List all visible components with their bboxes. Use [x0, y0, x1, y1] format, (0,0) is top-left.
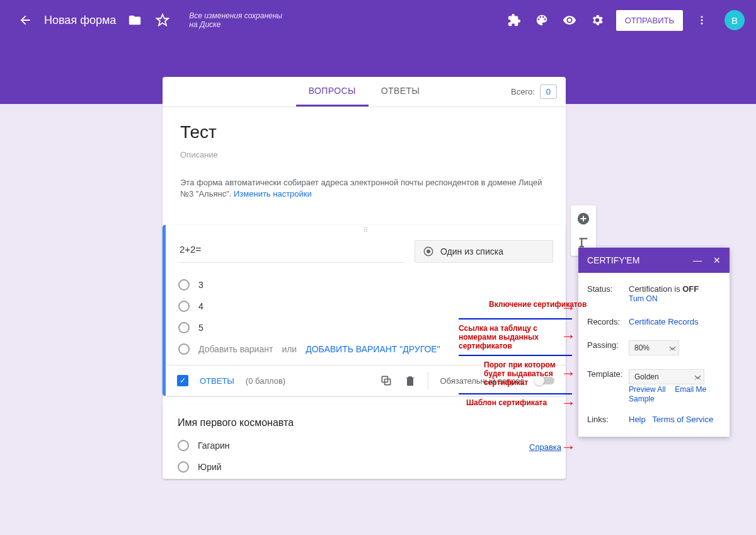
question-type-select[interactable]: Один из списка	[415, 240, 553, 263]
form-title[interactable]: Тест	[180, 122, 548, 142]
form-title-header[interactable]: Новая форма	[44, 14, 116, 27]
answers-button[interactable]: ОТВЕТЫ	[200, 376, 234, 386]
option-row[interactable]: 3	[178, 274, 553, 296]
reference-link[interactable]: Справка	[529, 442, 561, 452]
annotation-line	[459, 393, 572, 394]
minimize-icon[interactable]: —	[693, 255, 702, 265]
add-question-icon[interactable]	[576, 212, 590, 226]
drag-handle-icon[interactable]: ⠿	[166, 225, 566, 235]
svg-point-0	[701, 16, 703, 18]
avatar[interactable]: В	[724, 10, 745, 30]
turn-on-link[interactable]: Turn ON	[629, 294, 658, 303]
links-label: Links:	[587, 415, 629, 424]
settings-icon[interactable]	[590, 13, 605, 28]
records-label: Records:	[587, 317, 629, 326]
records-link[interactable]: Certificate Records	[629, 317, 699, 326]
annotation-text: Ссылка на таблицу с номерами выданных се…	[459, 324, 566, 350]
preview-icon[interactable]	[562, 13, 577, 28]
change-settings-link[interactable]: Изменить настройки	[234, 189, 312, 198]
certifyem-panel: CERTIFY'EM — ✕ Status: Certification is …	[578, 248, 730, 437]
preview-link[interactable]: Preview All	[629, 385, 666, 394]
question-card-2: Имя первого космонавта Гагарин Юрий	[163, 405, 566, 479]
close-icon[interactable]: ✕	[713, 255, 721, 265]
passing-label: Passing:	[587, 340, 629, 355]
palette-icon[interactable]	[534, 13, 549, 28]
send-button[interactable]: ОТПРАВИТЬ	[616, 10, 683, 31]
tos-link[interactable]: Terms of Service	[652, 415, 713, 424]
total-count: 0	[540, 84, 557, 99]
help-link[interactable]: Help	[629, 415, 646, 424]
annotation-text: Шаблон сертификата	[466, 398, 547, 407]
delete-icon[interactable]	[404, 374, 416, 387]
annotation-line	[459, 318, 572, 319]
copy-icon[interactable]	[380, 374, 392, 387]
option-row[interactable]: Юрий	[178, 456, 551, 478]
points-label: (0 баллов)	[246, 376, 285, 386]
form-description[interactable]: Описание	[180, 150, 548, 159]
star-icon[interactable]	[155, 13, 170, 28]
back-icon[interactable]	[18, 13, 33, 28]
svg-point-1	[701, 20, 703, 21]
template-label: Template:	[587, 369, 629, 403]
collect-email-info: Эта форма автоматически собирает адреса …	[180, 171, 548, 206]
passing-select[interactable]: 80%	[629, 340, 679, 355]
save-status: Все изменения сохранены на Диске	[189, 11, 290, 29]
addon-title: CERTIFY'EM	[587, 255, 639, 265]
answers-checkbox[interactable]: ✓	[177, 375, 188, 386]
folder-icon[interactable]	[127, 13, 142, 28]
annotation-line	[459, 355, 572, 356]
tab-questions[interactable]: ВОПРОСЫ	[296, 77, 369, 106]
more-icon[interactable]	[694, 13, 709, 28]
svg-point-2	[701, 23, 703, 25]
addons-icon[interactable]	[507, 13, 522, 28]
form-card: ВОПРОСЫ ОТВЕТЫ Всего:0 Тест Описание Эта…	[163, 77, 566, 479]
option-row[interactable]: Гагарин	[178, 435, 551, 456]
status-label: Status:	[587, 284, 629, 303]
tabs: ВОПРОСЫ ОТВЕТЫ Всего:0	[163, 77, 566, 107]
question-2-title[interactable]: Имя первого космонавта	[178, 417, 551, 429]
template-select[interactable]: Golden	[629, 369, 704, 384]
question-text-input[interactable]: 2+2=	[178, 240, 404, 263]
svg-point-4	[427, 250, 430, 253]
total-label: Всего:	[511, 87, 535, 96]
tab-answers[interactable]: ОТВЕТЫ	[369, 77, 432, 106]
